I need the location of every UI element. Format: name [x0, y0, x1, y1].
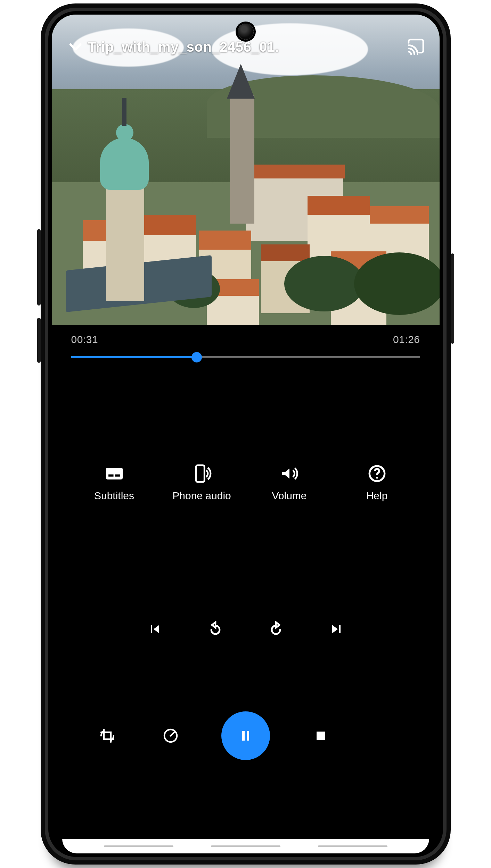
time-elapsed: 00:31	[71, 334, 98, 345]
next-button[interactable]	[327, 620, 346, 639]
collapse-button[interactable]	[66, 37, 85, 57]
phone-frame: Trip_with_my_son_2456_01.	[41, 3, 451, 865]
volume-icon	[279, 464, 300, 484]
speed-button[interactable]	[158, 723, 183, 748]
skip-next-icon	[328, 621, 345, 637]
speedometer-icon	[162, 727, 179, 744]
svg-rect-0	[106, 468, 122, 479]
side-button-volume	[37, 229, 41, 306]
screen: Trip_with_my_son_2456_01.	[52, 15, 440, 853]
forward-icon	[268, 621, 284, 637]
phone-audio-button[interactable]: Phone audio	[167, 464, 237, 502]
pause-icon	[237, 727, 254, 744]
nav-gesture-area[interactable]	[62, 839, 429, 853]
rewind-icon	[207, 621, 224, 637]
time-duration: 01:26	[393, 334, 420, 345]
svg-rect-3	[196, 465, 204, 482]
subtitles-icon	[104, 464, 124, 484]
front-camera	[238, 24, 254, 40]
side-button-power	[37, 318, 41, 363]
svg-rect-9	[247, 731, 249, 741]
subtitles-label: Subtitles	[94, 490, 134, 502]
previous-button[interactable]	[146, 620, 164, 639]
help-icon	[367, 464, 387, 484]
stop-button[interactable]	[308, 723, 333, 748]
crop-rotate-button[interactable]	[95, 723, 120, 748]
phone-audio-label: Phone audio	[172, 490, 231, 502]
crop-rotate-icon	[99, 727, 116, 744]
video-preview[interactable]: Trip_with_my_son_2456_01.	[52, 15, 440, 325]
gesture-hint-center	[211, 845, 280, 847]
volume-button[interactable]: Volume	[255, 464, 324, 502]
help-button[interactable]: Help	[342, 464, 412, 502]
svg-point-5	[376, 477, 378, 478]
help-label: Help	[366, 490, 388, 502]
rewind-button[interactable]	[206, 620, 225, 639]
svg-rect-1	[108, 474, 114, 476]
svg-rect-10	[317, 732, 325, 740]
pause-button[interactable]	[221, 711, 270, 760]
seek-fill	[71, 356, 197, 358]
svg-rect-2	[115, 474, 120, 476]
volume-label: Volume	[272, 490, 306, 502]
seek-bar[interactable]	[71, 352, 420, 363]
gesture-hint-right	[318, 845, 387, 847]
forward-button[interactable]	[267, 620, 285, 639]
cast-button[interactable]	[406, 37, 426, 57]
video-title: Trip_with_my_son_2456_01.	[88, 39, 279, 55]
seek-thumb[interactable]	[191, 352, 202, 362]
svg-point-7	[170, 735, 171, 736]
cast-icon	[406, 37, 426, 57]
skip-previous-icon	[147, 621, 163, 637]
side-button-right	[451, 253, 454, 344]
gesture-hint-left	[104, 845, 173, 847]
subtitles-button[interactable]: Subtitles	[80, 464, 149, 502]
chevron-down-icon	[66, 37, 85, 57]
stop-icon	[312, 727, 329, 744]
phone-audio-icon	[192, 464, 212, 484]
svg-rect-8	[242, 731, 245, 741]
